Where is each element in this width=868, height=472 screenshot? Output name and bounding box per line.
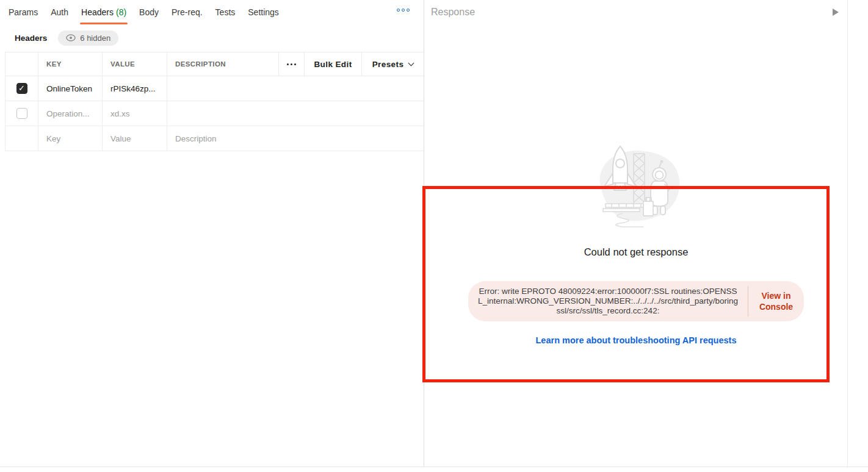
tab-auth[interactable]: Auth (51, 0, 68, 24)
view-in-console-button[interactable]: View in Console (748, 281, 804, 321)
error-message-text: Error: write EPROTO 48009224:error:10000… (468, 281, 748, 321)
error-message-box: Error: write EPROTO 48009224:error:10000… (468, 281, 804, 321)
select-all-cell (5, 52, 38, 76)
row-checkbox-cell: ✓ (5, 76, 38, 101)
scroll-gutter-divider (847, 0, 848, 467)
bulk-edit-cell: Bulk Edit (305, 52, 362, 76)
tab-headers[interactable]: Headers (8) (81, 0, 126, 24)
tab-tests[interactable]: Tests (215, 0, 236, 24)
troubleshooting-link[interactable]: Learn more about troubleshooting API req… (425, 335, 847, 345)
headers-section-head: Headers 6 hidden (15, 30, 424, 46)
column-key: KEY (38, 52, 103, 76)
key-input[interactable]: Operation... (38, 101, 103, 126)
column-value: VALUE (103, 52, 167, 76)
hidden-headers-label: 6 hidden (80, 34, 110, 43)
table-more-cell (279, 52, 305, 76)
value-input[interactable]: rPISk46zp... (103, 76, 167, 101)
error-title: Could not get response (425, 246, 847, 258)
row-checkbox-cell (5, 126, 38, 151)
hidden-headers-badge[interactable]: 6 hidden (58, 30, 118, 46)
tab-pre-request[interactable]: Pre-req. (172, 0, 203, 24)
row-checkbox-checked[interactable]: ✓ (16, 83, 27, 94)
table-row: Operation... xd.xs (5, 101, 424, 126)
more-horizontal-icon[interactable] (397, 9, 410, 12)
response-pane-title: Response (431, 7, 475, 18)
table-row: ✓ OnlineToken rPISk46zp... (5, 76, 424, 101)
key-input-placeholder[interactable]: Key (38, 126, 103, 151)
bottom-divider (0, 467, 868, 467)
value-input-placeholder[interactable]: Value (103, 126, 167, 151)
description-input[interactable] (167, 101, 424, 126)
checkmark-icon: ✓ (18, 84, 25, 93)
column-description: DESCRIPTION (167, 52, 279, 76)
value-input[interactable]: xd.xs (103, 101, 167, 126)
response-pane: Response (425, 0, 868, 467)
rocket-illustration (587, 143, 685, 228)
headers-table: KEY VALUE DESCRIPTION Bulk Edit Presets (5, 52, 424, 151)
tab-settings[interactable]: Settings (248, 0, 279, 24)
app-root: Params Auth Headers (8) Body Pre-req. Te… (0, 0, 868, 472)
headers-section-title: Headers (15, 34, 47, 43)
tab-headers-count: (8) (116, 7, 126, 17)
table-header-row: KEY VALUE DESCRIPTION Bulk Edit Presets (5, 52, 424, 76)
request-pane: Params Auth Headers (8) Body Pre-req. Te… (0, 0, 424, 467)
chevron-down-icon (408, 60, 414, 66)
collapse-arrow-icon[interactable] (833, 9, 839, 16)
description-input-placeholder[interactable]: Description (167, 126, 424, 151)
presets-cell: Presets (362, 52, 424, 76)
table-placeholder-row: Key Value Description (5, 126, 424, 151)
presets-button[interactable]: Presets (372, 60, 404, 69)
row-checkbox-cell (5, 101, 38, 126)
description-input[interactable] (167, 76, 424, 101)
row-checkbox-unchecked[interactable] (16, 108, 27, 119)
table-more-icon[interactable] (287, 63, 296, 65)
eye-icon (66, 34, 76, 41)
request-tabs: Params Auth Headers (8) Body Pre-req. Te… (0, 0, 424, 24)
bulk-edit-button[interactable]: Bulk Edit (314, 60, 352, 69)
tab-body[interactable]: Body (139, 0, 159, 24)
tab-headers-label: Headers (81, 7, 114, 17)
key-input[interactable]: OnlineToken (38, 76, 103, 101)
tab-params[interactable]: Params (9, 0, 38, 24)
